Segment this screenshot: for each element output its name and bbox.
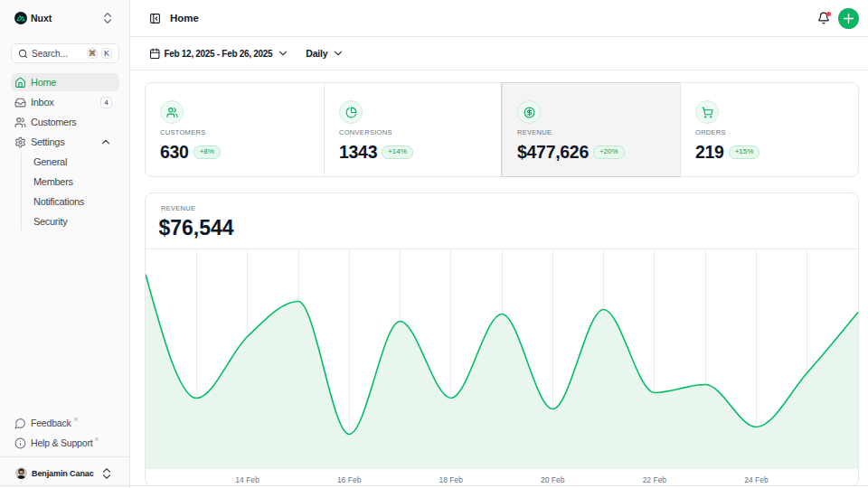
- svg-text:18 Feb: 18 Feb: [439, 475, 463, 484]
- svg-text:20 Feb: 20 Feb: [541, 475, 565, 484]
- svg-text:14 Feb: 14 Feb: [235, 475, 259, 484]
- svg-text:16 Feb: 16 Feb: [337, 475, 362, 484]
- svg-text:22 Feb: 22 Feb: [643, 475, 667, 484]
- svg-text:24 Feb: 24 Feb: [744, 475, 769, 484]
